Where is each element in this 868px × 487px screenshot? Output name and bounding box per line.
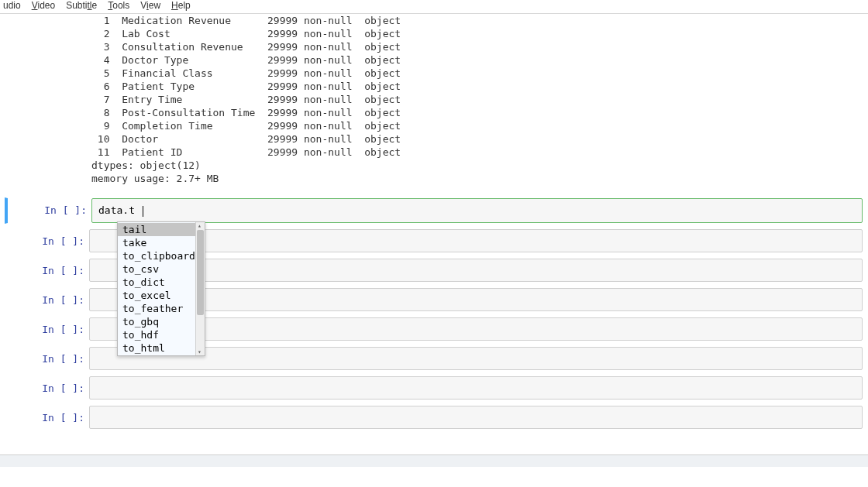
- code-input[interactable]: [89, 376, 863, 400]
- autocomplete-item[interactable]: to_dict: [118, 276, 195, 289]
- input-prompt: In [ ]:: [5, 229, 89, 252]
- autocomplete-item[interactable]: to_feather: [118, 302, 195, 315]
- autocomplete-item[interactable]: to_csv: [118, 262, 195, 276]
- input-prompt: In [ ]:: [8, 198, 91, 223]
- autocomplete-item[interactable]: to_excel: [118, 289, 195, 302]
- notebook-area: 1 Medication Revenue 29999 non-null obje…: [0, 14, 868, 450]
- menu-item[interactable]: Video: [32, 0, 55, 11]
- autocomplete-item[interactable]: to_clipboard: [118, 249, 195, 262]
- autocomplete-scrollbar[interactable]: ▴ ▾: [195, 222, 205, 355]
- autocomplete-item[interactable]: tail: [118, 223, 195, 236]
- autocomplete-item[interactable]: take: [118, 236, 195, 249]
- dataframe-info-output: 1 Medication Revenue 29999 non-null obje…: [5, 14, 863, 191]
- autocomplete-item[interactable]: to_hdf: [118, 328, 195, 341]
- code-input[interactable]: [89, 406, 863, 429]
- input-prompt: In [ ]:: [5, 406, 89, 429]
- menu-item[interactable]: Subtitle: [66, 0, 97, 11]
- input-prompt: In [ ]:: [5, 376, 89, 400]
- menu-item[interactable]: Help: [171, 0, 191, 11]
- vlc-menubar[interactable]: udioVideoSubtitleToolsViewHelp: [0, 0, 868, 14]
- scroll-up-arrow[interactable]: ▴: [198, 222, 202, 229]
- bottom-status-bar: [0, 454, 868, 467]
- input-prompt: In [ ]:: [5, 347, 89, 370]
- autocomplete-item[interactable]: to_gbq: [118, 315, 195, 328]
- scroll-thumb[interactable]: [197, 230, 204, 315]
- code-cell-empty[interactable]: In [ ]:: [5, 405, 863, 430]
- code-input[interactable]: data.t: [91, 198, 863, 223]
- autocomplete-item[interactable]: to_html: [118, 341, 195, 355]
- menu-item[interactable]: View: [140, 0, 160, 11]
- input-prompt: In [ ]:: [5, 259, 89, 282]
- menu-item[interactable]: Tools: [108, 0, 129, 11]
- input-prompt: In [ ]:: [5, 317, 89, 341]
- code-text: data.t: [98, 204, 135, 216]
- text-cursor: [143, 206, 143, 217]
- code-cell-active[interactable]: In [ ]: data.t tailtaketo_clipboardto_cs…: [5, 197, 863, 224]
- scroll-down-arrow[interactable]: ▾: [198, 348, 202, 355]
- menu-item[interactable]: udio: [3, 0, 21, 11]
- autocomplete-popup[interactable]: tailtaketo_clipboardto_csvto_dictto_exce…: [117, 221, 205, 356]
- input-prompt: In [ ]:: [5, 288, 89, 311]
- code-cell-empty[interactable]: In [ ]:: [5, 376, 863, 400]
